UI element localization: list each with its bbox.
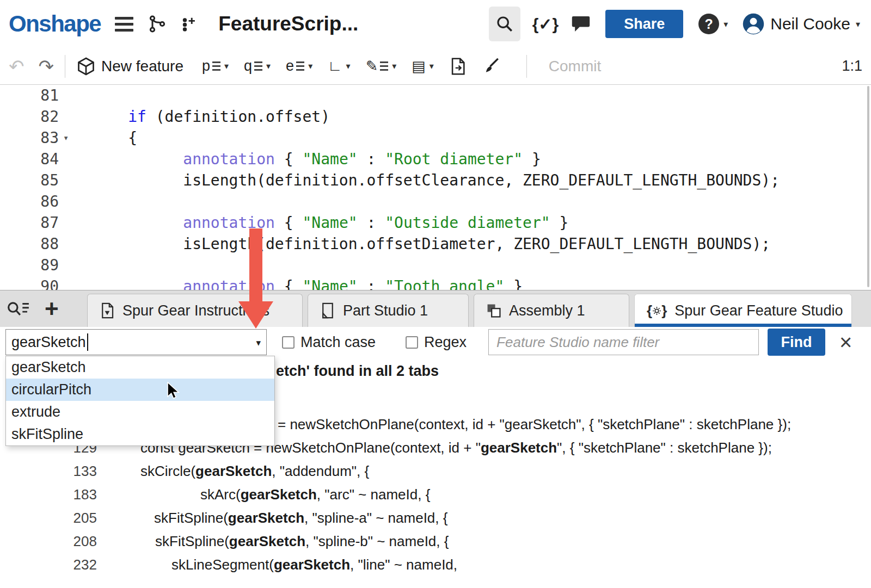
tab-part-studio-1[interactable]: Part Studio 1: [308, 294, 469, 327]
cube-icon: [76, 57, 96, 76]
regex-checkbox[interactable]: Regex: [406, 334, 467, 351]
top-header: Onshape FeatureScrip... {✓}: [0, 0, 871, 48]
result-row[interactable]: 133skCircle(gearSketch, "addendum", {: [0, 460, 871, 483]
dropdown-item[interactable]: extrude: [6, 401, 274, 423]
user-menu[interactable]: Neil Cooke ▾: [742, 13, 860, 35]
versions-icon[interactable]: [148, 14, 167, 34]
code-line[interactable]: 87 annotation { "Name" : "Outside diamet…: [0, 212, 871, 233]
toolbar-divider: [526, 55, 527, 78]
code-text: annotation { "Name" : "Outside diameter"…: [73, 212, 568, 233]
code-line[interactable]: 86: [0, 191, 871, 212]
fold-gutter: [59, 148, 73, 170]
search-history-dropdown: gearSketchcircularPitchextrudeskFitSplin…: [5, 356, 275, 446]
dropdown-arrow-icon[interactable]: ▾: [256, 337, 261, 349]
pencil-tool-icon: ✎: [366, 58, 378, 75]
code-line[interactable]: 88 isLength(definition.offsetDiameter, Z…: [0, 233, 871, 255]
new-feature-label: New feature: [101, 58, 183, 75]
close-icon[interactable]: ×: [839, 331, 852, 353]
table-snippet-menu[interactable]: ▤ ▾: [412, 58, 434, 75]
fold-gutter: [59, 170, 73, 191]
result-row[interactable]: 208skFitSpline(gearSketch, "spline-b" ~ …: [0, 530, 871, 553]
zoom-ratio[interactable]: 1:1: [842, 58, 862, 75]
fold-gutter: [59, 106, 73, 127]
fold-icon[interactable]: ▾: [59, 127, 73, 148]
code-line[interactable]: 81: [0, 85, 871, 106]
results-summary: etch' found in all 2 tabs: [276, 363, 439, 380]
format-brush-icon[interactable]: [482, 57, 500, 76]
dropdown-item[interactable]: skFitSpline: [6, 423, 274, 445]
user-name: Neil Cooke: [770, 15, 850, 33]
code-line[interactable]: 90 annotation { "Name" : "Tooth angle" }: [0, 276, 871, 290]
text-cursor: [87, 333, 88, 351]
code-text: isLength(definition.offsetDiameter, ZERO…: [73, 233, 770, 255]
snippet-menu-p[interactable]: p ▾: [202, 58, 229, 75]
match-case-checkbox[interactable]: Match case: [282, 334, 376, 351]
snippet-menu-e[interactable]: e ▾: [286, 58, 312, 75]
insert-icon[interactable]: [181, 15, 198, 33]
code-line[interactable]: 85 isLength(definition.offsetClearance, …: [0, 170, 871, 191]
result-row[interactable]: 205skFitSpline(gearSketch, "spline-a" ~ …: [0, 506, 871, 530]
add-tab-icon[interactable]: +: [45, 297, 59, 321]
checkbox-box: [406, 336, 418, 349]
edit-snippet-menu[interactable]: ✎ ▾: [366, 58, 397, 75]
result-row[interactable]: 183skArc(gearSketch, "arc" ~ nameId, {: [0, 483, 871, 506]
featurescript-check-icon[interactable]: {✓}: [532, 15, 559, 34]
line-number: 85: [0, 170, 59, 191]
new-feature-button[interactable]: New feature: [76, 57, 183, 76]
find-button[interactable]: Find: [768, 329, 825, 356]
regex-label: Regex: [424, 334, 467, 351]
undo-icon[interactable]: ↶: [9, 55, 24, 77]
share-button[interactable]: Share: [605, 10, 683, 38]
tab-assembly-1[interactable]: Assembly 1: [474, 294, 629, 327]
code-line[interactable]: 84 annotation { "Name" : "Root diameter"…: [0, 148, 871, 170]
fold-gutter: [59, 191, 73, 212]
dropdown-item[interactable]: gearSketch: [6, 356, 274, 379]
export-icon[interactable]: [449, 57, 467, 76]
line-number: 82: [0, 106, 59, 127]
result-line-number: 183: [0, 483, 97, 506]
pdf-document-icon: [100, 302, 115, 319]
code-editor[interactable]: 8182 if (definition.offset)83▾ {84 annot…: [0, 85, 871, 290]
search-button[interactable]: [489, 7, 520, 41]
avatar: [742, 13, 765, 35]
snippet-menu-q[interactable]: q ▾: [244, 58, 271, 75]
tab-search-icon[interactable]: [7, 300, 30, 318]
line-number: 90: [0, 276, 59, 290]
editor-toolbar: ↶ ↷ New feature p ▾ q ▾ e ▾ ∟ ▾: [0, 48, 871, 85]
code-text: annotation { "Name" : "Root diameter" }: [73, 148, 541, 170]
caret-down-icon: ▾: [266, 61, 271, 71]
feature-studio-icon: {}: [647, 302, 667, 319]
line-number: 87: [0, 212, 59, 233]
fold-gutter: [59, 255, 73, 276]
toolbar-divider: [65, 55, 65, 78]
code-text: {: [73, 127, 137, 148]
dropdown-item[interactable]: circularPitch: [6, 379, 274, 401]
name-filter-input[interactable]: [488, 329, 759, 355]
result-code: skLineSegment(gearSketch, "line" ~ nameI…: [97, 553, 457, 577]
comment-icon[interactable]: [571, 15, 591, 33]
caret-down-icon: ▾: [430, 61, 434, 71]
line-number: 83: [0, 127, 59, 148]
tab-spur-gear-feature-studio[interactable]: {}Spur Gear Feature Studio: [634, 294, 852, 327]
tab-spur-gear-instructions[interactable]: Spur Gear Instructions: [87, 294, 303, 327]
commit-button[interactable]: Commit: [549, 58, 601, 75]
code-line[interactable]: 82 if (definition.offset): [0, 106, 871, 127]
sketch-snippet-menu[interactable]: ∟ ▾: [328, 58, 350, 75]
help-menu[interactable]: ? ▾: [698, 14, 728, 34]
tab-label: Spur Gear Instructions: [122, 302, 269, 319]
caret-down-icon: ▾: [346, 61, 351, 71]
redo-icon[interactable]: ↷: [39, 55, 54, 77]
find-search-input[interactable]: gearSketch ▾: [5, 329, 267, 355]
main-menu-icon[interactable]: [115, 17, 133, 32]
onshape-logo[interactable]: Onshape: [9, 11, 101, 37]
search-icon: [495, 15, 514, 33]
editor-scrollbar[interactable]: [867, 86, 869, 287]
tab-label: Assembly 1: [509, 302, 585, 319]
tab-label: Spur Gear Feature Studio: [674, 302, 843, 319]
fold-gutter: [59, 233, 73, 255]
result-row[interactable]: 232skLineSegment(gearSketch, "line" ~ na…: [0, 553, 871, 577]
tab-label: Part Studio 1: [343, 302, 428, 319]
code-line[interactable]: 89: [0, 255, 871, 276]
document-title[interactable]: FeatureScrip...: [218, 13, 358, 35]
code-line[interactable]: 83▾ {: [0, 127, 871, 148]
